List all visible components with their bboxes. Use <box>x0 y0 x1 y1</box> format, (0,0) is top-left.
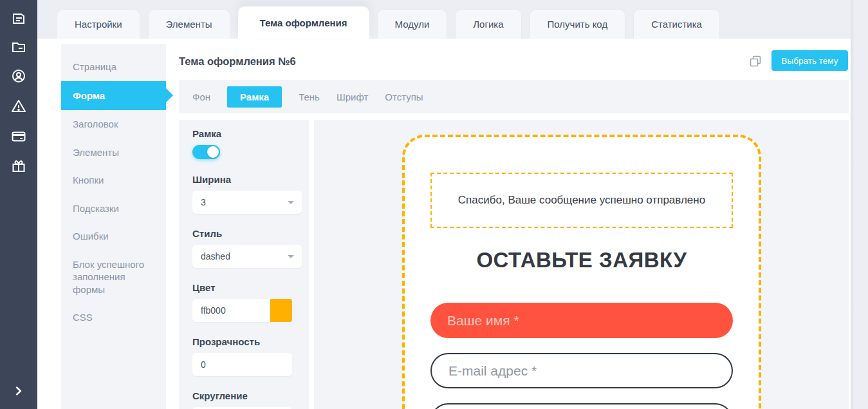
nav-item-heading[interactable]: Заголовок <box>61 110 166 138</box>
nav-item-success-block[interactable]: Блок успешного заполнения формы <box>61 251 166 304</box>
form-heading: ОСТАВЬТЕ ЗАЯВКУ <box>405 248 759 272</box>
nav-item-errors[interactable]: Ошибки <box>61 222 166 251</box>
copy-icon[interactable] <box>749 55 762 68</box>
tab-modules[interactable]: Модули <box>377 9 448 39</box>
card-icon[interactable] <box>11 129 26 144</box>
chevron-down-icon <box>288 201 294 204</box>
style-tab-shadow[interactable]: Тень <box>299 86 320 108</box>
success-message: Спасибо, Ваше сообщение успешно отправле… <box>458 192 705 209</box>
form-preview-panel: Спасибо, Ваше сообщение успешно отправле… <box>314 120 849 409</box>
style-tab-font[interactable]: Шрифт <box>337 86 368 108</box>
choose-theme-button[interactable]: Выбрать тему <box>771 50 848 71</box>
border-toggle[interactable] <box>192 145 220 159</box>
document-icon[interactable] <box>11 11 26 26</box>
style-value: dashed <box>201 251 230 262</box>
expand-chevron-icon[interactable] <box>12 385 25 397</box>
page-edge-shadow <box>851 0 854 409</box>
tab-settings[interactable]: Настройки <box>57 9 140 39</box>
nav-item-buttons[interactable]: Кнопки <box>61 166 166 195</box>
preview-form: Спасибо, Ваше сообщение успешно отправле… <box>402 135 761 409</box>
nav-item-page[interactable]: Страница <box>61 53 166 81</box>
style-tab-border[interactable]: Рамка <box>227 86 282 108</box>
chevron-down-icon <box>288 255 294 258</box>
opacity-input[interactable] <box>192 353 292 376</box>
opacity-label: Прозрачность <box>192 336 295 347</box>
style-tabs: Фон Рамка Тень Шрифт Отступы <box>179 80 849 113</box>
style-tab-padding[interactable]: Отступы <box>385 86 423 108</box>
color-input[interactable] <box>192 299 270 322</box>
radius-label: Скругление <box>192 390 295 401</box>
content-area: Страница Форма Заголовок Элементы Кнопки… <box>37 39 851 409</box>
width-select[interactable]: 3 <box>192 191 302 214</box>
third-field[interactable] <box>430 403 733 409</box>
width-value: 3 <box>201 197 206 207</box>
form-fields <box>430 303 733 409</box>
style-label: Стиль <box>192 228 295 239</box>
gift-icon[interactable] <box>11 158 26 174</box>
color-swatch[interactable] <box>270 299 292 322</box>
name-field[interactable] <box>430 303 733 338</box>
nav-item-hints[interactable]: Подсказки <box>61 195 166 223</box>
icon-sidebar <box>0 0 37 409</box>
nav-item-css[interactable]: CSS <box>61 303 166 332</box>
tab-get-code[interactable]: Получить код <box>530 9 626 39</box>
color-row <box>192 299 295 322</box>
app-window: Настройки Элементы Тема оформления Модул… <box>0 0 868 409</box>
color-label: Цвет <box>192 282 295 293</box>
warning-icon[interactable] <box>11 99 26 114</box>
toggle-knob <box>207 146 219 158</box>
tab-elements[interactable]: Элементы <box>148 9 230 39</box>
tab-theme[interactable]: Тема оформления <box>238 6 369 39</box>
tab-statistics[interactable]: Статистика <box>633 9 720 39</box>
email-field[interactable] <box>430 353 733 388</box>
border-settings-panel: Рамка Ширина 3 Стиль dashed Цвет Прозрач… <box>179 120 309 409</box>
width-label: Ширина <box>192 174 295 185</box>
style-select[interactable]: dashed <box>192 245 302 268</box>
nav-item-elements[interactable]: Элементы <box>61 138 166 167</box>
border-label: Рамка <box>192 128 295 139</box>
main-tabs: Настройки Элементы Тема оформления Модул… <box>57 0 720 39</box>
style-tab-background[interactable]: Фон <box>192 86 210 108</box>
account-icon[interactable] <box>11 68 26 84</box>
folder-icon[interactable] <box>11 39 26 55</box>
tab-logic[interactable]: Логика <box>455 9 521 39</box>
section-nav: Страница Форма Заголовок Элементы Кнопки… <box>61 44 166 409</box>
nav-item-form[interactable]: Форма <box>61 81 166 111</box>
success-message-box: Спасибо, Ваше сообщение успешно отправле… <box>430 173 733 228</box>
page-title: Тема оформления №6 <box>179 55 296 68</box>
